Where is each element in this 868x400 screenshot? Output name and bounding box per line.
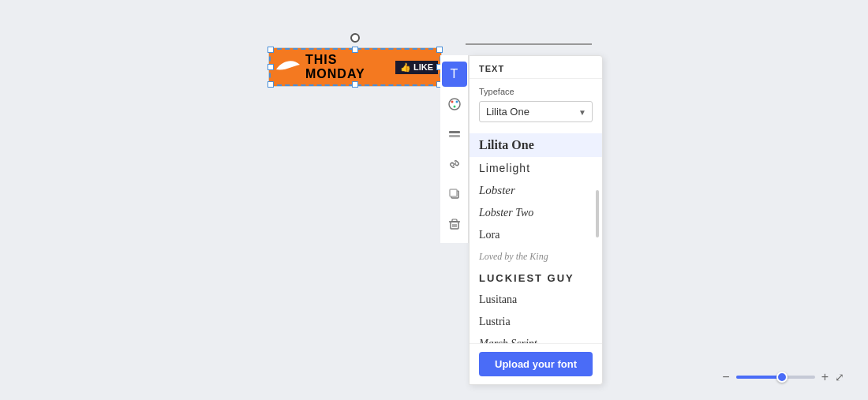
zoom-minus-btn[interactable]: −: [722, 370, 729, 384]
svg-rect-13: [452, 219, 457, 222]
svg-rect-7: [450, 189, 457, 196]
font-item-luckiest-guy[interactable]: LUCKIEST GUY: [470, 267, 602, 289]
toolbar-duplicate-btn[interactable]: [442, 181, 467, 207]
font-item-lustria[interactable]: Lustria: [470, 311, 602, 333]
like-icon: 👍: [400, 62, 411, 73]
top-bar-decoration: [466, 43, 592, 45]
banner[interactable]: THIS MONDAY 👍 LIKE: [268, 47, 442, 87]
font-item-lobster[interactable]: Lobster: [470, 179, 602, 202]
like-text: LIKE: [413, 62, 433, 72]
handle-mid-left[interactable]: [268, 64, 274, 70]
panel-header: TEXT: [470, 56, 602, 79]
toolbar-layers-btn[interactable]: [442, 121, 467, 147]
handle-top-right[interactable]: [436, 47, 443, 53]
toolbar-palette-btn[interactable]: [442, 92, 467, 117]
typeface-section: Typeface Lilita One Limelight Lobster Lo…: [470, 79, 602, 130]
font-item-limelight[interactable]: Limelight: [470, 157, 602, 179]
svg-rect-5: [449, 135, 460, 137]
handle-bottom-mid[interactable]: [352, 81, 358, 88]
typeface-label: Typeface: [479, 87, 593, 96]
svg-point-2: [455, 101, 458, 103]
handle-top-left[interactable]: [268, 47, 274, 53]
font-item-lora[interactable]: Lora: [470, 224, 602, 246]
upload-font-button[interactable]: Upload your font: [479, 352, 593, 376]
zoom-slider-track[interactable]: [736, 376, 815, 379]
zoom-bar: − + ⤢: [722, 370, 844, 384]
zoom-slider-thumb[interactable]: [776, 372, 788, 383]
handle-top-mid[interactable]: [352, 47, 358, 53]
toolbar-text-btn[interactable]: T: [442, 62, 467, 87]
zoom-slider-fill: [736, 376, 782, 379]
svg-point-3: [453, 106, 455, 108]
banner-wrapper[interactable]: THIS MONDAY 👍 LIKE: [268, 47, 442, 87]
typeface-select[interactable]: Lilita One Limelight Lobster Lobster Two…: [479, 101, 593, 122]
font-item-lobster-two[interactable]: Lobster Two: [470, 202, 602, 224]
font-list: Lilita One Limelight Lobster Lobster Two…: [470, 130, 602, 343]
font-item-march-script[interactable]: March Script: [470, 333, 602, 343]
svg-point-0: [449, 99, 460, 110]
toolbar-sidebar: T: [440, 55, 469, 243]
font-item-loved-by-king[interactable]: Loved by the King: [470, 246, 602, 267]
zoom-plus-btn[interactable]: +: [821, 370, 829, 384]
canvas-area: THIS MONDAY 👍 LIKE T: [0, 0, 868, 400]
expand-icon[interactable]: ⤢: [835, 371, 844, 383]
text-panel: TEXT Typeface Lilita One Limelight Lobst…: [469, 55, 603, 385]
svg-point-1: [451, 101, 453, 103]
handle-bottom-left[interactable]: [268, 81, 274, 88]
font-item-lusitana[interactable]: Lusitana: [470, 289, 602, 311]
upload-btn-section: Upload your font: [470, 343, 602, 384]
banner-like: 👍 LIKE: [395, 61, 438, 74]
font-item-lilita-one[interactable]: Lilita One: [470, 133, 602, 157]
typeface-dropdown-wrapper[interactable]: Lilita One Limelight Lobster Lobster Two…: [479, 101, 593, 122]
banner-text: THIS MONDAY: [305, 53, 395, 81]
toolbar-delete-btn[interactable]: [442, 211, 467, 237]
nike-logo: [274, 53, 302, 81]
rotate-handle[interactable]: [350, 33, 360, 43]
svg-rect-4: [449, 131, 460, 133]
scrollbar[interactable]: [596, 190, 599, 237]
toolbar-link-btn[interactable]: [442, 151, 467, 177]
